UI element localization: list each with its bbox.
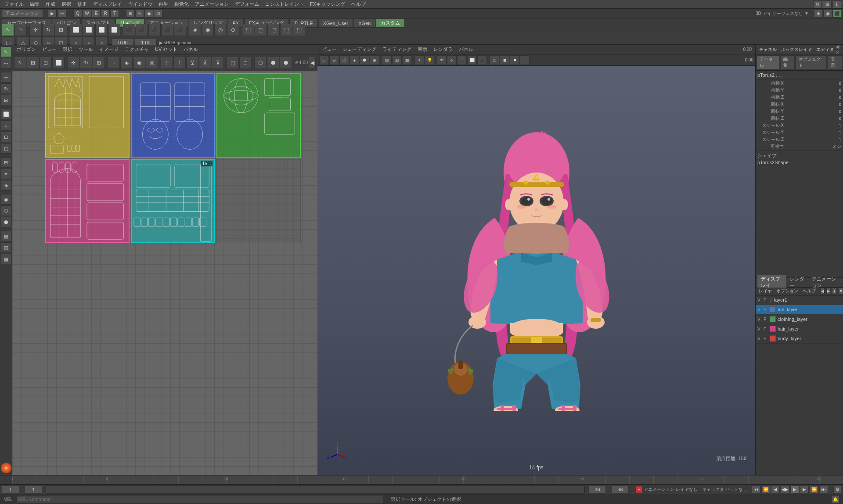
tab-xgen-user[interactable]: XGen_User <box>318 19 353 28</box>
sub-tab-edit[interactable]: 編集 <box>780 55 795 69</box>
move-btn[interactable]: ✛ <box>1 72 11 83</box>
tool11[interactable]: ◉ <box>1 194 11 205</box>
ico17[interactable]: ⬚ <box>280 24 292 36</box>
vp-menu-view[interactable]: ビュー <box>319 45 339 54</box>
snap-curve-btn[interactable]: ∿ <box>135 10 144 18</box>
tool15[interactable]: ▥ <box>1 242 11 253</box>
vp-tb2[interactable]: ⊞ <box>329 55 339 65</box>
uv-menu-view[interactable]: ビュー <box>40 45 59 54</box>
toolbar-r[interactable]: R <box>101 10 110 18</box>
uv-tool7[interactable]: ⊞ <box>93 57 105 69</box>
uv-tool4[interactable]: ⬜ <box>52 57 65 69</box>
prev-key-btn[interactable]: ⏪ <box>761 486 770 493</box>
uv-tool1[interactable]: ↖ <box>14 57 26 69</box>
rp-close-icon[interactable]: ✕ <box>836 50 839 55</box>
uv-tool17[interactable]: ▢ <box>227 57 239 69</box>
viewport-canvas[interactable]: Y X Z 頂点距離 150 14 fps <box>317 66 755 475</box>
vp-menu-lighting[interactable]: ライティング <box>380 45 414 54</box>
toolbar-e[interactable]: E <box>92 10 101 18</box>
ico7[interactable]: ⬛ <box>148 24 161 36</box>
uv-tool9[interactable]: ◈ <box>120 57 133 69</box>
play-fwd-btn[interactable]: ▶ <box>790 486 799 493</box>
layer-row-1[interactable]: V P ╱ layer1 <box>756 295 843 305</box>
menu-visualize[interactable]: 視覚化 <box>172 0 191 8</box>
vp-tb1[interactable]: ⊡ <box>319 55 329 65</box>
ico16[interactable]: ⬚ <box>267 24 280 36</box>
snap-view-btn[interactable]: ⊡ <box>154 10 162 18</box>
vp-tb13[interactable]: ⊹ <box>447 55 457 65</box>
vp-tb17[interactable]: ◻ <box>490 55 499 65</box>
vp-menu-show[interactable]: 表示 <box>415 45 430 54</box>
move-tool-btn[interactable]: ✛ <box>29 24 42 36</box>
layer-row-5[interactable]: V P body_layer <box>756 334 843 344</box>
render-btn3[interactable]: ⬛ <box>832 10 841 18</box>
vp-tb5[interactable]: ⬢ <box>360 55 369 65</box>
uv-menu-uvset[interactable]: UV セット <box>152 45 180 54</box>
vp-tb15[interactable]: ⬜ <box>467 55 477 65</box>
layer-row-2[interactable]: V P fue_layer <box>756 305 843 315</box>
redo-btn[interactable]: ↪ <box>58 10 66 18</box>
vp-tb16[interactable]: ⬛ <box>477 55 487 65</box>
rp-tab-boxlayer[interactable]: ボックスレイヤ <box>779 47 814 53</box>
ico15[interactable]: ⬚ <box>255 24 267 36</box>
layer-row-3[interactable]: V P clothing_layer <box>756 315 843 324</box>
render-btn2[interactable]: ◉ <box>823 10 832 18</box>
sub-tab-channel[interactable]: チャネル <box>757 55 779 69</box>
menu-fxcache[interactable]: FXキャッシング <box>307 0 348 8</box>
prev-frame-btn[interactable]: ◀ <box>771 486 780 493</box>
layer-row-4[interactable]: V P hair_layer <box>756 324 843 334</box>
menu-playback[interactable]: 再生 <box>156 0 171 8</box>
menu-window[interactable]: ウインドウ <box>126 0 155 8</box>
vp-tb14[interactable]: ⊺ <box>457 55 467 65</box>
rp-tab-editor[interactable]: エディタ <box>814 47 836 53</box>
tool9[interactable]: ✦ <box>1 169 11 179</box>
vp-tb4[interactable]: ◈ <box>349 55 359 65</box>
uv-tool13[interactable]: ⊺ <box>173 57 186 69</box>
menu-deform[interactable]: デフォーム <box>232 0 262 8</box>
uv-tool16[interactable]: ⊽ <box>212 57 224 69</box>
vp-tb10[interactable]: ☀ <box>414 55 424 65</box>
menu-help[interactable]: ヘルプ <box>349 0 368 8</box>
next-key-btn[interactable]: ⏩ <box>810 486 818 493</box>
uv-tool2[interactable]: ⊞ <box>27 57 39 69</box>
render-btn1[interactable]: ◈ <box>814 10 823 18</box>
uv-tool21[interactable]: ⬣ <box>280 57 292 69</box>
uv-tool20[interactable]: ⬢ <box>267 57 279 69</box>
snap-point-btn[interactable]: ◉ <box>144 10 153 18</box>
next-frame-btn[interactable]: ▶ <box>800 486 809 493</box>
ico12[interactable]: ◎ <box>214 24 227 36</box>
menu-modify[interactable]: 修正 <box>75 0 90 8</box>
ico10[interactable]: ◈ <box>189 24 201 36</box>
menu-select[interactable]: 選択 <box>59 0 74 8</box>
ico13[interactable]: ⊙ <box>227 24 239 36</box>
ico2[interactable]: ⬜ <box>83 24 95 36</box>
first-frame-btn[interactable]: ⏮ <box>752 486 760 493</box>
tool10[interactable]: ◈ <box>1 180 11 191</box>
layer-up-btn[interactable]: ▲ <box>832 288 837 295</box>
select2-btn[interactable]: ⊹ <box>1 58 11 68</box>
ico18[interactable]: ⬚ <box>293 24 305 36</box>
menu-display[interactable]: ディスプレイ <box>90 0 125 8</box>
uv-tool12[interactable]: ⊹ <box>161 57 173 69</box>
vp-tb20[interactable]: ◾ <box>520 55 530 65</box>
tool8[interactable]: ⊞ <box>1 157 11 168</box>
rotate-btn[interactable]: ↻ <box>1 83 11 94</box>
sub-tab-object[interactable]: オブジェクト <box>796 55 827 69</box>
info-icon[interactable]: ℹ <box>832 0 841 8</box>
ico14[interactable]: ⬚ <box>242 24 254 36</box>
menu-create[interactable]: 作成 <box>43 0 58 8</box>
uv-menu-panel[interactable]: パネル <box>181 45 201 54</box>
sub-tab-display[interactable]: 表示 <box>828 55 842 69</box>
ico3[interactable]: ⬜ <box>95 24 108 36</box>
select-tool-btn[interactable]: ↖ <box>2 24 14 36</box>
uv-scroll-left[interactable]: ◀ <box>309 57 316 69</box>
toolbar-w[interactable]: W <box>83 10 91 18</box>
vp-tb19[interactable]: ◽ <box>510 55 519 65</box>
uv-menu-texture[interactable]: テクスチャ <box>122 45 151 54</box>
current-frame-input[interactable] <box>2 486 19 493</box>
tab-xgen[interactable]: XGen <box>353 19 375 28</box>
vp-tb6[interactable]: ◉ <box>370 55 379 65</box>
layer-menu-help[interactable]: ヘルプ <box>801 288 817 295</box>
uv-tool19[interactable]: ⬡ <box>254 57 267 69</box>
vp-tb8[interactable]: ▥ <box>392 55 402 65</box>
